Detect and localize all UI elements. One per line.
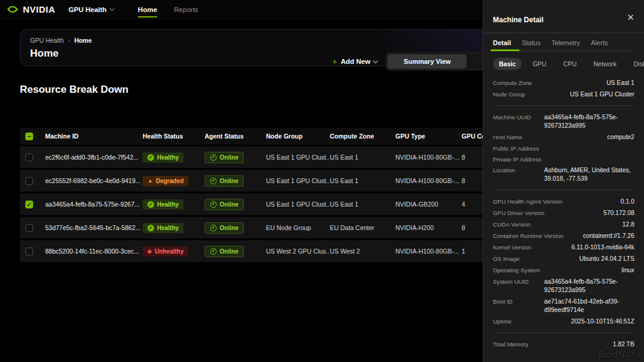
health-status-badge: ▲Degraded [143, 176, 188, 186]
diamond-alert-icon: ◆ [147, 248, 152, 254]
check-circle-icon: ✓ [147, 154, 154, 161]
agent-status-badge: ✓Online [205, 175, 244, 187]
warning-triangle-icon: ▲ [147, 178, 153, 184]
row-checkbox[interactable] [25, 177, 33, 185]
gpu-type-cell: NVIDIA-H100-80GB-... [395, 154, 462, 161]
field-public-ip: Public IP Address [493, 143, 634, 154]
compute-zone-cell: US East 1 [330, 201, 395, 208]
breadcrumb-root[interactable]: GPU Health [30, 37, 64, 44]
compute-zone-cell: US East 1 [330, 154, 395, 161]
field-uptime: Uptime 2025-10-10T15:46:51Z [493, 316, 634, 327]
agent-status-badge: ✓Online [205, 222, 244, 234]
section-divider [493, 332, 634, 333]
col-gpu-type: GPU Type [395, 133, 462, 140]
product-name: GPU Health [69, 6, 107, 13]
tab-detail[interactable]: Detail [493, 39, 511, 51]
col-machine-id: Machine ID [45, 133, 143, 140]
check-ring-icon: ✓ [210, 154, 217, 161]
field-boot-id: Boot ID ae71ac74-61bd-42eb-af39-d99eedf9… [493, 296, 634, 316]
check-ring-icon: ✓ [210, 178, 217, 184]
panel-subtabs: Basic GPU CPU Network Disk [493, 58, 634, 70]
agent-status-badge: ✓Online [205, 152, 244, 163]
field-os-image: OS Image Ubuntu 24.04.2 LTS [493, 253, 634, 264]
gpu-type-cell: NVIDIA-H200 [395, 224, 462, 231]
agent-status-badge: ✓Online [205, 199, 244, 210]
primary-nav: Home Reports [138, 0, 198, 19]
field-node-group: Node Group US East 1 GPU Cluster [493, 89, 634, 100]
compute-zone-cell: US East 1 [330, 177, 395, 184]
close-icon[interactable]: ✕ [627, 13, 634, 22]
health-status-badge: ✓Healthy [143, 223, 184, 233]
tab-alerts[interactable]: Alerts [591, 39, 608, 51]
machine-id-link[interactable]: aa3465a4-fefb-8a75-575e-9267... [45, 201, 140, 208]
gpu-type-cell: NVIDIA-H100-80GB-... [395, 177, 462, 184]
subtab-cpu[interactable]: CPU [557, 58, 583, 70]
chevron-down-icon [110, 6, 114, 11]
check-circle-icon: ✓ [147, 201, 154, 208]
panel-title: Machine Detail [493, 16, 543, 24]
compute-zone-cell: US West 2 [330, 248, 395, 255]
field-container-runtime: Container Runtime Version containerd://1… [493, 230, 634, 242]
gpu-type-cell: NVIDIA-GB200 [395, 201, 462, 208]
field-machine-uuid: Machine UUID aa3465a4-fefb-8a75-575e-926… [493, 111, 634, 131]
nvidia-eye-icon [6, 5, 19, 14]
check-ring-icon: ✓ [210, 248, 217, 255]
bodnara-watermark: BodNara [598, 349, 640, 360]
select-all-checkbox[interactable]: – [25, 133, 33, 140]
nav-tab-reports[interactable]: Reports [174, 0, 198, 19]
detail-fields: Compute Zone US East 1 Node Group US Eas… [493, 77, 634, 350]
health-status-badge: ◆Unhealthy [143, 246, 188, 257]
subtab-network[interactable]: Network [587, 58, 623, 70]
subtab-gpu[interactable]: GPU [527, 58, 553, 70]
subtab-disk[interactable]: Disk [627, 58, 644, 70]
machine-id-link[interactable]: 53d77e5c-fba2-5645-bc7a-5862... [45, 224, 141, 231]
section-divider [493, 105, 634, 106]
machine-id-link[interactable]: ec25552f-6982-be0c-4e0d-9419... [45, 177, 141, 184]
field-operating-system: Operating System linux [493, 264, 634, 276]
section-divider [493, 190, 634, 190]
toggle-summary-view[interactable]: Summary View [388, 54, 466, 69]
brand-wordmark: NVIDIA [23, 4, 55, 14]
subtab-basic[interactable]: Basic [493, 58, 522, 70]
row-checkbox[interactable] [25, 224, 33, 232]
product-switcher[interactable]: GPU Health [69, 6, 114, 13]
tab-telemetry[interactable]: Telemetry [551, 39, 580, 51]
plus-icon: + [332, 57, 337, 66]
compute-zone-cell: EU Data Center [330, 224, 395, 231]
field-host-name: Host Name compute2 [493, 131, 634, 143]
col-node-group: Node Group [266, 133, 330, 140]
col-agent-status: Agent Status [205, 133, 266, 140]
gpu-health-app: NVIDIA GPU Health Home Reports GPU Healt… [0, 0, 644, 362]
node-group-cell: EU Node Group [266, 224, 330, 231]
health-status-badge: ✓Healthy [143, 199, 184, 210]
node-group-cell: US East 1 GPU Clust... [266, 177, 330, 184]
field-private-ip: Private IP Address [493, 154, 634, 164]
field-kernel-version: Kernel Version 6.11.0-1013-nvidia-64k [493, 242, 634, 253]
field-compute-zone: Compute Zone US East 1 [493, 77, 634, 89]
nav-tab-home[interactable]: Home [138, 0, 157, 19]
node-group-cell: US West 2 GPU Clus... [266, 248, 330, 255]
col-health-status: Health Status [143, 133, 205, 140]
check-ring-icon: ✓ [210, 201, 217, 208]
section-title: Resource Break Down [20, 84, 128, 96]
nvidia-logo: NVIDIA [6, 4, 55, 14]
field-agent-version: GPU Health Agent Version 0.1.0 [493, 196, 634, 207]
agent-status-badge: ✓Online [205, 246, 244, 257]
row-checkbox[interactable]: ✓ [25, 201, 33, 208]
row-checkbox[interactable] [25, 154, 33, 161]
add-new-button[interactable]: + Add New [332, 57, 377, 66]
node-group-cell: US East 1 GPU Clust... [266, 201, 330, 208]
row-checkbox[interactable] [25, 248, 33, 255]
machine-id-link[interactable]: ec2f6c6f-add0-3fb1-c0de-7f542... [45, 154, 138, 161]
field-location: Location Ashburn, AMER, United States, 3… [493, 164, 634, 184]
check-ring-icon: ✓ [210, 225, 217, 231]
machine-detail-panel: Machine Detail ✕ Detail Status Telemetry… [483, 0, 644, 362]
field-total-memory: Total Memory 1.82 TB [493, 339, 634, 350]
panel-tabs: Detail Status Telemetry Alerts [493, 39, 634, 51]
gpu-type-cell: NVIDIA-H100-80GB-... [395, 248, 462, 255]
breadcrumb-current: Home [74, 37, 91, 44]
health-status-badge: ✓Healthy [143, 152, 184, 163]
chevron-down-icon [373, 58, 378, 63]
machine-id-link[interactable]: 88bc5200-14fc-11ec-8000-3cec... [45, 248, 139, 255]
tab-status[interactable]: Status [522, 39, 540, 51]
